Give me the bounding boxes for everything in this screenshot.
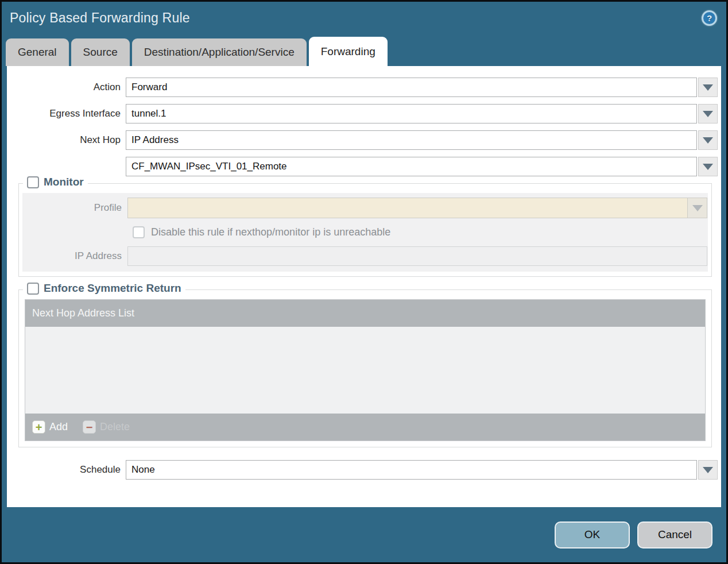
action-row: Action Forward <box>7 78 721 97</box>
disable-rule-row: Disable this rule if nexthop/monitor ip … <box>133 226 708 238</box>
titlebar: Policy Based Forwarding Rule ? <box>2 2 726 34</box>
minus-icon: − <box>83 420 96 434</box>
chevron-down-icon <box>692 205 703 211</box>
delete-button-label: Delete <box>100 421 130 433</box>
dialog-footer: OK Cancel <box>2 507 726 562</box>
tab-general[interactable]: General <box>6 38 69 66</box>
add-button[interactable]: + Add <box>32 420 68 434</box>
next-hop-row: Next Hop IP Address <box>7 130 721 150</box>
next-hop-address-list-toolbar: + Add − Delete <box>25 414 705 441</box>
monitor-ip-address-input <box>127 246 707 266</box>
policy-based-forwarding-dialog: Policy Based Forwarding Rule ? General S… <box>0 0 728 564</box>
enforce-symmetric-return-section: Enforce Symmetric Return Next Hop Addres… <box>18 289 712 447</box>
monitor-checkbox[interactable] <box>27 176 39 188</box>
monitor-legend: Monitor <box>23 176 88 188</box>
egress-interface-dropdown-button[interactable] <box>698 104 718 123</box>
action-label: Action <box>7 82 126 93</box>
next-hop-address-list-body[interactable] <box>25 327 705 414</box>
monitor-section: Monitor Profile Disable this rule if nex… <box>18 183 712 277</box>
next-hop-select[interactable]: IP Address <box>126 130 697 150</box>
next-hop-address-dropdown-button[interactable] <box>698 157 718 176</box>
chevron-down-icon <box>703 164 713 170</box>
monitor-title: Monitor <box>44 176 84 188</box>
dialog-title: Policy Based Forwarding Rule <box>10 10 190 26</box>
cancel-button[interactable]: Cancel <box>637 521 712 548</box>
next-hop-address-list-header: Next Hop Address List <box>25 300 705 327</box>
forwarding-tab-panel: Action Forward Egress Interface tunnel.1… <box>7 66 721 507</box>
help-icon[interactable]: ? <box>702 10 717 26</box>
next-hop-label: Next Hop <box>7 134 126 146</box>
schedule-select[interactable]: None <box>126 460 697 480</box>
schedule-dropdown-button[interactable] <box>698 460 718 480</box>
monitor-ip-address-label: IP Address <box>22 250 127 262</box>
profile-select <box>127 198 688 218</box>
tab-source[interactable]: Source <box>71 38 130 66</box>
tab-destination-application-service[interactable]: Destination/Application/Service <box>132 38 307 66</box>
next-hop-address-row: CF_MWAN_IPsec_VTI_01_Remote <box>7 157 721 176</box>
chevron-down-icon <box>703 84 713 91</box>
egress-interface-select[interactable]: tunnel.1 <box>126 104 697 123</box>
monitor-panel: Profile Disable this rule if nexthop/mon… <box>22 193 708 272</box>
chevron-down-icon <box>703 111 713 117</box>
tab-bar: General Source Destination/Application/S… <box>2 34 726 66</box>
schedule-row: Schedule None <box>7 460 721 480</box>
tab-forwarding[interactable]: Forwarding <box>309 37 388 66</box>
add-button-label: Add <box>49 421 68 433</box>
chevron-down-icon <box>703 137 713 144</box>
enforce-symmetric-return-title: Enforce Symmetric Return <box>44 282 181 295</box>
next-hop-address-list-table: Next Hop Address List + Add − Delete <box>25 299 706 441</box>
egress-interface-label: Egress Interface <box>7 108 126 119</box>
egress-interface-row: Egress Interface tunnel.1 <box>7 104 721 123</box>
disable-rule-checkbox <box>133 226 145 238</box>
profile-dropdown-button <box>688 198 707 218</box>
enforce-symmetric-return-legend: Enforce Symmetric Return <box>23 282 185 295</box>
chevron-down-icon <box>703 467 713 473</box>
next-hop-dropdown-button[interactable] <box>698 130 718 150</box>
disable-rule-label: Disable this rule if nexthop/monitor ip … <box>151 226 390 238</box>
enforce-symmetric-return-checkbox[interactable] <box>27 283 39 295</box>
next-hop-address-select[interactable]: CF_MWAN_IPsec_VTI_01_Remote <box>126 157 697 176</box>
monitor-ip-address-row: IP Address <box>22 246 708 266</box>
delete-button: − Delete <box>83 420 130 434</box>
action-select[interactable]: Forward <box>126 78 697 97</box>
profile-row: Profile <box>22 198 708 218</box>
ok-button[interactable]: OK <box>555 521 630 548</box>
action-dropdown-button[interactable] <box>698 78 718 97</box>
schedule-label: Schedule <box>7 464 126 476</box>
profile-label: Profile <box>22 202 127 214</box>
plus-icon: + <box>32 420 45 434</box>
